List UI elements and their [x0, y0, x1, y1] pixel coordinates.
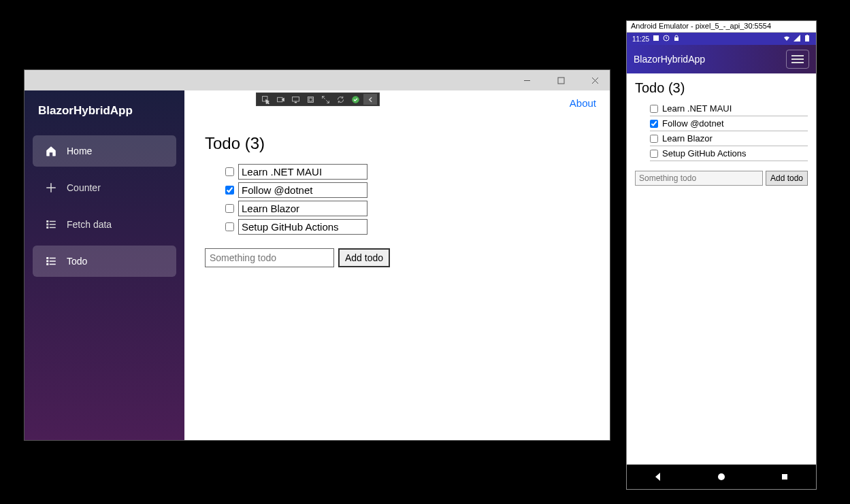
sidebar-item-fetch-data[interactable]: Fetch data [33, 209, 176, 240]
new-todo-input[interactable] [205, 248, 334, 267]
svg-rect-13 [50, 261, 56, 262]
todo-list [205, 163, 589, 236]
todo-checkbox[interactable] [650, 135, 658, 143]
todo-text: Learn Blazor [662, 133, 713, 144]
tool-collapse-icon[interactable] [363, 94, 377, 105]
sidebar-item-label: Counter [67, 182, 101, 193]
mobile-topbar: BlazorHybridApp [627, 45, 816, 73]
todo-item: Follow @dotnet [650, 116, 808, 131]
svg-rect-11 [50, 258, 56, 259]
maximize-button[interactable] [550, 70, 572, 90]
status-time: 11:25 [632, 35, 649, 43]
home-button[interactable] [711, 467, 732, 487]
status-notif-icon [653, 35, 659, 43]
close-button[interactable] [584, 70, 606, 90]
svg-rect-14 [46, 263, 48, 265]
todo-item: Learn Blazor [650, 131, 808, 146]
main-content: About Todo (3) [184, 90, 610, 440]
battery-icon [804, 35, 811, 43]
app-brand: BlazorHybridApp [24, 93, 184, 133]
new-todo-input[interactable] [635, 171, 763, 186]
list-icon [45, 218, 57, 231]
svg-rect-15 [50, 264, 56, 265]
svg-rect-6 [46, 224, 48, 226]
svg-rect-27 [806, 35, 808, 35]
status-lock-icon [673, 35, 680, 43]
back-button[interactable] [648, 467, 668, 487]
sidebar-item-label: Fetch data [67, 219, 112, 230]
todo-text-input[interactable] [238, 201, 367, 216]
todo-checkbox[interactable] [225, 222, 234, 231]
todo-text: Learn .NET MAUI [662, 103, 732, 114]
todo-item: Learn .NET MAUI [650, 101, 808, 116]
tool-sync-icon[interactable] [333, 94, 347, 105]
plus-icon [45, 182, 57, 194]
android-status-bar: 11:25 [627, 33, 816, 45]
menu-toggle-button[interactable] [786, 50, 809, 69]
todo-item [225, 181, 589, 199]
sidebar-item-todo[interactable]: Todo [33, 246, 176, 277]
dev-toolbar [256, 93, 380, 106]
svg-rect-1 [558, 78, 564, 84]
svg-rect-17 [277, 97, 282, 102]
sidebar-item-label: Todo [67, 256, 87, 267]
todo-text: Setup GitHub Actions [662, 148, 747, 158]
home-icon [45, 145, 57, 157]
wifi-icon [783, 35, 790, 43]
todo-checkbox[interactable] [650, 105, 658, 113]
tool-inspect-icon[interactable] [259, 94, 272, 105]
signal-icon [794, 35, 800, 43]
about-link[interactable]: About [570, 97, 596, 109]
svg-point-31 [718, 473, 725, 480]
svg-rect-5 [50, 221, 56, 222]
svg-rect-9 [50, 227, 56, 229]
sidebar-item-counter[interactable]: Counter [33, 172, 176, 203]
todo-text-input[interactable] [238, 182, 367, 198]
tool-frame-icon[interactable] [304, 94, 317, 105]
mobile-content: Todo (3) Learn .NET MAUI Follow @dotnet … [627, 73, 816, 465]
status-clock-icon [663, 35, 670, 43]
todo-item [225, 163, 589, 181]
android-nav-bar [627, 465, 816, 489]
todo-checkbox[interactable] [650, 120, 658, 128]
svg-rect-4 [46, 220, 48, 222]
todo-checkbox[interactable] [650, 150, 658, 158]
todo-item [225, 218, 589, 236]
android-emulator-window: Android Emulator - pixel_5_-_api_30:5554… [626, 20, 817, 490]
svg-rect-18 [292, 97, 299, 101]
svg-rect-12 [46, 261, 48, 263]
todo-checkbox[interactable] [225, 186, 234, 195]
emulator-title: Android Emulator - pixel_5_-_api_30:5554 [627, 21, 816, 33]
svg-rect-21 [309, 98, 312, 101]
todo-text: Follow @dotnet [662, 118, 724, 129]
todo-list: Learn .NET MAUI Follow @dotnet Learn Bla… [635, 101, 808, 161]
window-titlebar [24, 70, 610, 90]
todo-checkbox[interactable] [225, 204, 234, 213]
add-todo-button[interactable]: Add todo [766, 171, 808, 186]
sidebar-item-label: Home [67, 146, 92, 156]
sidebar: BlazorHybridApp Home Counter Fetch data [24, 90, 184, 440]
list-icon [45, 255, 57, 267]
page-title: Todo (3) [635, 80, 808, 96]
tool-camera-icon[interactable] [274, 94, 287, 105]
svg-rect-7 [50, 224, 56, 225]
todo-text-input[interactable] [238, 219, 367, 235]
minimize-button[interactable] [516, 70, 538, 90]
sidebar-item-home[interactable]: Home [33, 135, 176, 167]
topbar: About [184, 90, 610, 115]
tool-screen-icon[interactable] [289, 94, 302, 105]
svg-rect-23 [653, 35, 659, 41]
add-todo-button[interactable]: Add todo [338, 248, 390, 267]
todo-text-input[interactable] [238, 164, 367, 180]
svg-rect-25 [674, 37, 679, 41]
desktop-window: BlazorHybridApp Home Counter Fetch data [24, 69, 610, 441]
mobile-brand: BlazorHybridApp [634, 54, 705, 65]
todo-checkbox[interactable] [225, 167, 234, 176]
tool-status-ok-icon[interactable] [348, 94, 362, 105]
page-title: Todo (3) [205, 134, 589, 153]
svg-rect-10 [46, 257, 48, 259]
tool-resize-icon[interactable] [318, 94, 332, 105]
todo-item: Setup GitHub Actions [650, 146, 808, 161]
svg-rect-26 [805, 35, 809, 41]
recents-button[interactable] [774, 467, 795, 487]
